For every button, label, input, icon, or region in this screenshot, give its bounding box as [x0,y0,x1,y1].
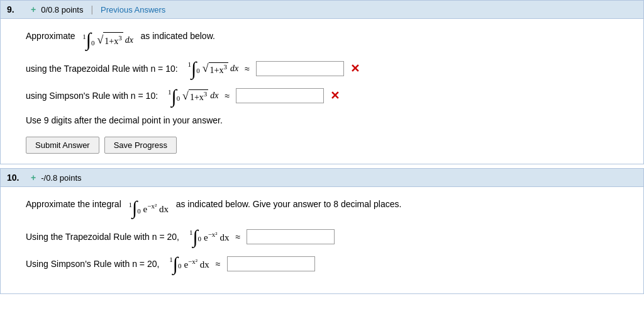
trapezoid-label: using the Trapezoidal Rule with n = 10: [26,64,178,74]
trap-approx: ≈ [245,64,250,74]
question-10-plus-icon: + [31,173,36,183]
simp-approx: ≈ [225,91,230,101]
q10-intro-integral: 1 ∫ 0 e−x² dx [128,200,169,217]
question-9-plus-icon: + [31,4,36,14]
save-progress-button[interactable]: Save Progress [104,137,177,154]
intro-dx: dx [125,33,133,47]
question-9-divider: | [91,4,93,14]
q10-trapezoid-answer-input[interactable] [247,229,335,244]
q10-intro-text: Approximate the integral [26,199,121,209]
question-9-body: Approximate 1 ∫ 0 √ 1+x3 d [1,19,643,164]
question-10-points: -/0.8 points [41,173,81,183]
intro-overline-expr: 1+x3 [103,32,123,48]
question-9-block: 9. + 0/0.8 points | Previous Answers App… [0,0,644,164]
q10-intro-integrand: e−x² dx [143,201,169,217]
simpsons-answer-input[interactable] [236,88,324,103]
question-9-header: 9. + 0/0.8 points | Previous Answers [1,1,643,19]
q10-intro-suffix: as indicated below. Give your answer to … [176,199,402,209]
intro-integral-symbol: ∫ [86,31,91,48]
button-row: Submit Answer Save Progress [26,137,631,154]
trap-sqrt: √ 1+x3 [203,62,228,75]
question-9-intro: Approximate 1 ∫ 0 √ 1+x3 d [26,29,631,49]
intro-lower-bound: 0 [91,38,95,49]
question-10-body: Approximate the integral 1 ∫ 0 e−x² dx a… [1,187,643,293]
simpsons-x-mark: ✕ [330,89,340,103]
q10-simpsons-integral: 1 ∫ 0 e−x² dx [169,256,209,272]
trapezoid-x-mark: ✕ [350,62,360,76]
question-9-simpsons-line: using Simpson's Rule with n = 10: 1 ∫ 0 … [26,88,631,105]
question-10-header: 10. + -/0.8 points [1,169,643,187]
simp-sqrt: √ 1+x3 [182,89,208,103]
simpsons-integral: 1 ∫ 0 √ 1+x3 dx [168,88,219,105]
question-10-block: 10. + -/0.8 points Approximate the integ… [0,168,644,294]
question-9-trapezoid-line: using the Trapezoidal Rule with n = 10: … [26,60,631,77]
sqrt-sign: √ [97,31,103,49]
q10-simpsons-label: Using Simpson's Rule with n = 20, [26,259,159,269]
question-10-simpsons-line: Using Simpson's Rule with n = 20, 1 ∫ 0 … [26,256,631,272]
question-10-intro: Approximate the integral 1 ∫ 0 e−x² dx a… [26,197,631,217]
intro-suffix: as indicated below. [141,31,215,41]
question-9-points: 0/0.8 points [41,5,83,14]
submit-answer-button[interactable]: Submit Answer [26,137,99,154]
q10-simpsons-answer-input[interactable] [227,256,315,271]
question-10-trapezoid-line: Using the Trapezoidal Rule with n = 20, … [26,229,631,245]
trapezoid-answer-input[interactable] [256,61,344,76]
previous-answers-link[interactable]: Previous Answers [101,5,165,14]
trapezoid-integral: 1 ∫ 0 √ 1+x3 dx [188,60,239,77]
intro-sqrt: √ 1+x3 [97,31,123,49]
simpsons-label: using Simpson's Rule with n = 10: [26,91,158,101]
q10-trapezoid-integral: 1 ∫ 0 e−x² dx [189,229,230,245]
question-9-number: 9. [7,4,26,14]
intro-integral: 1 ∫ 0 √ 1+x3 dx [82,31,133,49]
q10-trapezoid-label: Using the Trapezoidal Rule with n = 20, [26,232,179,242]
trap-int-symbol: ∫ [191,60,196,77]
decimal-note: Use 9 digits after the decimal point in … [26,115,631,125]
question-10-number: 10. [7,173,26,183]
intro-text: Approximate [26,31,75,41]
